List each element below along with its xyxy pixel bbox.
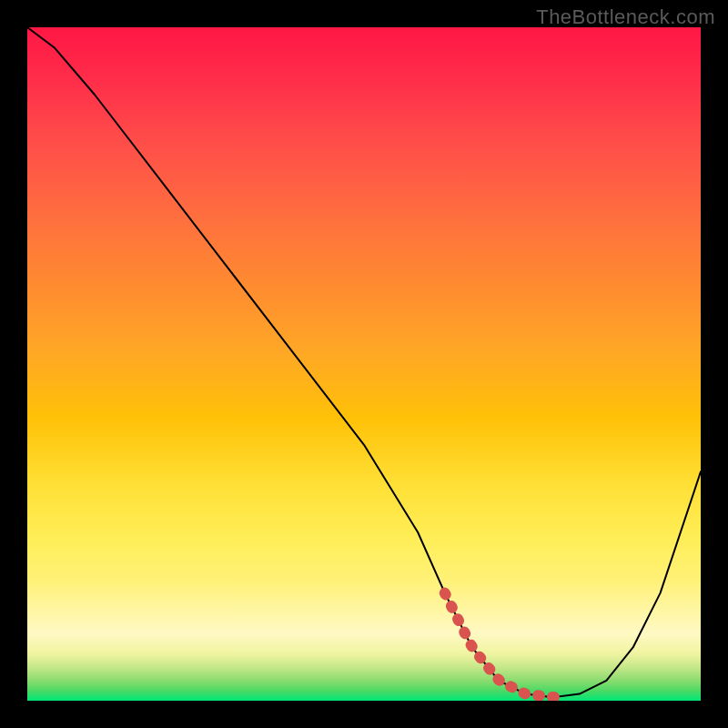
chart-svg [27, 27, 701, 701]
watermark-text: TheBottleneck.com [536, 5, 715, 29]
plot-area [27, 27, 701, 701]
bottleneck-curve [27, 27, 701, 697]
optimal-range-highlight [445, 593, 566, 698]
